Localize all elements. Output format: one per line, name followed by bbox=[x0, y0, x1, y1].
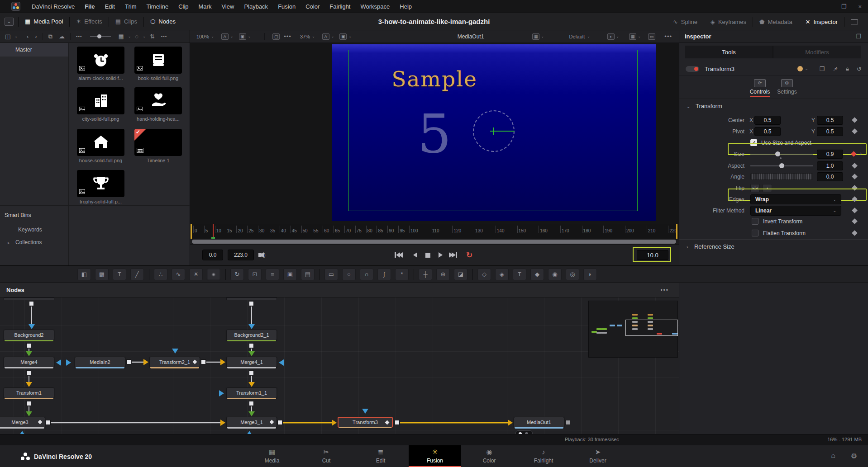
play-button[interactable] bbox=[434, 250, 446, 260]
point-tracker-tool-button[interactable]: ⊕ bbox=[436, 269, 450, 280]
node-input-connector-blue[interactable] bbox=[29, 324, 35, 329]
clip-thumbnail-timeline[interactable]: ✓ bbox=[134, 129, 182, 156]
clip-thumbnail-hand-heart[interactable] bbox=[134, 87, 182, 114]
tab-modifiers[interactable]: Modifiers bbox=[773, 46, 861, 58]
node-transform2_1[interactable]: Transform2_1 bbox=[149, 357, 200, 368]
renderer-3d-tool-button[interactable]: ◗ bbox=[583, 269, 597, 280]
thumbnail-zoom-slider[interactable] bbox=[90, 36, 111, 37]
pivot-y-field[interactable]: 0.5 bbox=[817, 127, 843, 136]
chevron-down-icon[interactable]: ⌄ bbox=[143, 34, 146, 38]
chevron-down-icon[interactable]: ⌄ bbox=[248, 34, 251, 38]
node-output-connector[interactable] bbox=[395, 420, 400, 425]
node-input-connector-green[interactable] bbox=[26, 351, 32, 356]
node-output-connector[interactable] bbox=[26, 370, 31, 375]
size-field[interactable]: 0.9 bbox=[817, 150, 843, 159]
range-start-field[interactable]: 0.0 bbox=[202, 250, 223, 260]
window-maximize-icon[interactable]: ❐ bbox=[841, 3, 847, 10]
subtab-controls[interactable]: ⟳ Controls bbox=[746, 79, 773, 97]
node-merge3[interactable]: Merge3 bbox=[0, 417, 45, 428]
node-enable-toggle[interactable] bbox=[686, 66, 699, 72]
effects-button[interactable]: ✶Effects bbox=[70, 13, 108, 30]
subtab-settings[interactable]: ⚙ Settings bbox=[773, 79, 801, 95]
menu-timeline[interactable]: Timeline bbox=[141, 0, 173, 13]
node-input-connector-blue[interactable] bbox=[279, 359, 284, 366]
panel-toggle-icon[interactable]: ◫ bbox=[3, 33, 13, 40]
angle-thumbwheel[interactable] bbox=[750, 173, 813, 180]
paint-tool-button[interactable]: ╱ bbox=[130, 269, 144, 280]
channel-booleans-tool-button[interactable]: ≡ bbox=[266, 269, 279, 280]
keyframe-diamond-icon[interactable] bbox=[852, 174, 858, 179]
clip-thumbnail-book[interactable] bbox=[134, 47, 182, 74]
fast-noise-tool-button[interactable]: ▩ bbox=[95, 269, 109, 280]
matte-control-tool-button[interactable]: ▣ bbox=[283, 269, 297, 280]
back-icon[interactable]: ‹ bbox=[24, 33, 31, 40]
color-curves-tool-button[interactable]: ∿ bbox=[172, 269, 185, 280]
node-background2[interactable]: Background2 bbox=[4, 330, 54, 340]
node-input-connector-blue[interactable] bbox=[248, 324, 255, 329]
timeline-scrollbar[interactable] bbox=[190, 239, 679, 245]
keyframe-diamond-icon[interactable] bbox=[852, 128, 858, 134]
audio-mute-button[interactable]: ) bbox=[256, 250, 268, 260]
node-input-connector-yellow[interactable] bbox=[143, 359, 148, 365]
node-output-connector[interactable] bbox=[249, 370, 254, 375]
time-ruler[interactable]: 0510152025303540455055606570758085909510… bbox=[190, 224, 679, 239]
menu-fusion[interactable]: Fusion bbox=[273, 0, 300, 13]
magic-mask-tool-button[interactable]: * bbox=[395, 269, 409, 280]
page-tab-media[interactable]: ▦Media bbox=[246, 445, 298, 467]
keyframe-diamond-icon[interactable] bbox=[852, 196, 858, 202]
node-output-connector[interactable] bbox=[249, 343, 254, 348]
node-input-connector-yellow[interactable] bbox=[248, 382, 255, 387]
sort-icon[interactable]: ⇅ bbox=[148, 33, 157, 40]
node-input-connector-blue[interactable] bbox=[56, 359, 61, 366]
node-output-connector[interactable] bbox=[26, 343, 31, 348]
menu-help[interactable]: Help bbox=[395, 0, 417, 13]
filter-method-dropdown[interactable]: Linear ⌄ bbox=[750, 206, 841, 216]
ellipse-mask-tool-button[interactable]: ○ bbox=[342, 269, 356, 280]
lock-icon[interactable]: 🔒︎ bbox=[846, 65, 849, 72]
keyframe-diamond-icon[interactable] bbox=[852, 208, 858, 213]
invert-transform-checkbox[interactable] bbox=[752, 218, 758, 225]
grid-view-icon[interactable]: ▦ bbox=[116, 33, 126, 40]
letterbox-icon[interactable]: ▭ bbox=[648, 33, 655, 40]
menu-edit[interactable]: Edit bbox=[100, 0, 120, 13]
window-minimize-icon[interactable]: – bbox=[826, 3, 830, 10]
nodes-button[interactable]: ⬡Nodes bbox=[144, 13, 182, 30]
node-merge3_1[interactable]: Merge3_1 bbox=[226, 417, 277, 428]
more-icon[interactable]: ••• bbox=[281, 33, 294, 40]
menu-file[interactable]: File bbox=[80, 0, 100, 13]
node-input-connector-blue[interactable] bbox=[219, 390, 224, 396]
node-input-connector-yellow[interactable] bbox=[220, 359, 225, 365]
merge-tool-button[interactable]: ⊡ bbox=[248, 269, 262, 280]
menu-workspace[interactable]: Workspace bbox=[355, 0, 395, 13]
node-partial[interactable] bbox=[226, 297, 277, 300]
node-merge4_1[interactable]: Merge4_1 bbox=[226, 357, 277, 368]
nodes-panel-options-icon[interactable]: ••• bbox=[660, 283, 669, 297]
menu-view[interactable]: View bbox=[216, 0, 239, 13]
transform-angle-handle[interactable] bbox=[494, 131, 515, 132]
grid-overlay-icon[interactable]: ▦ bbox=[532, 33, 539, 40]
viewer-canvas[interactable]: Sample 5 bbox=[190, 43, 679, 224]
merge-3d-tool-button[interactable]: ◆ bbox=[530, 269, 544, 280]
range-end-field[interactable]: 223.0 bbox=[228, 250, 254, 260]
page-tab-color[interactable]: ◉Color bbox=[463, 445, 515, 467]
color-corrector-tool-button[interactable]: ☀ bbox=[189, 269, 203, 280]
node-input-connector-green[interactable] bbox=[26, 411, 32, 416]
node-output-connector[interactable] bbox=[249, 401, 254, 406]
node-input-connector-green[interactable] bbox=[248, 411, 255, 416]
clips-button[interactable]: ▤Clips bbox=[109, 13, 143, 30]
menu-trim[interactable]: Trim bbox=[120, 0, 142, 13]
text-plus-tool-button[interactable]: T bbox=[113, 269, 126, 280]
center-y-field[interactable]: 0.5 bbox=[817, 116, 843, 125]
inspector-button[interactable]: ✕Inspector bbox=[799, 13, 844, 30]
node-partial[interactable] bbox=[4, 297, 54, 300]
metadata-button[interactable]: ⬟Metadata bbox=[753, 13, 799, 30]
menu-color[interactable]: Color bbox=[300, 0, 324, 13]
node-input-connector-blue[interactable] bbox=[362, 409, 368, 414]
keyframe-diamond-icon-active[interactable] bbox=[851, 151, 857, 157]
page-tab-deliver[interactable]: ➤Deliver bbox=[572, 445, 624, 467]
chevron-down-icon[interactable]: ⌄ bbox=[230, 34, 234, 38]
expand-arrow-icon[interactable]: › bbox=[860, 151, 862, 156]
light-3d-tool-button[interactable]: ◎ bbox=[566, 269, 579, 280]
cloud-icon[interactable]: ☁ bbox=[57, 33, 67, 40]
lut-select[interactable]: Default bbox=[569, 34, 585, 39]
